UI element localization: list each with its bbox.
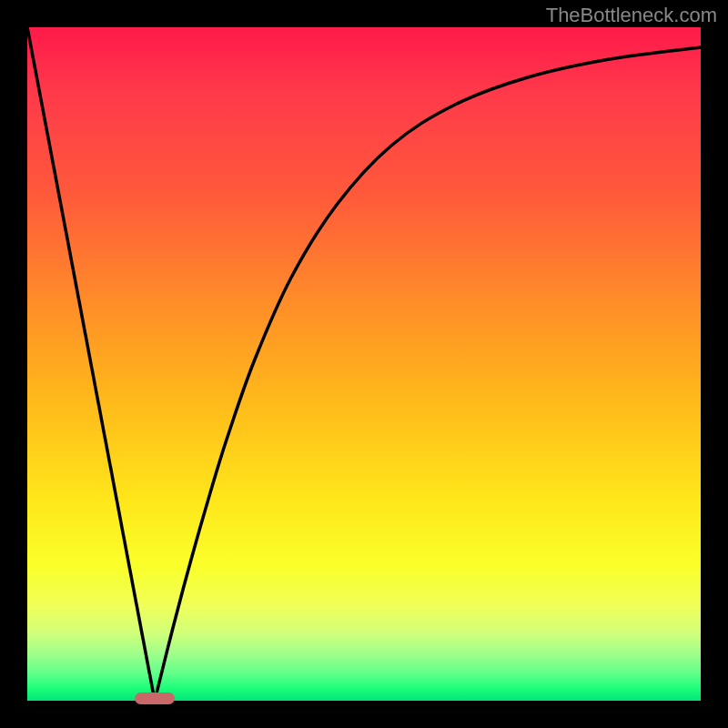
optimal-marker [135, 693, 175, 704]
right-branch-curve [155, 47, 701, 701]
left-branch-line [27, 27, 155, 701]
watermark-text: TheBottleneck.com [546, 4, 717, 27]
chart-curves [27, 27, 701, 701]
